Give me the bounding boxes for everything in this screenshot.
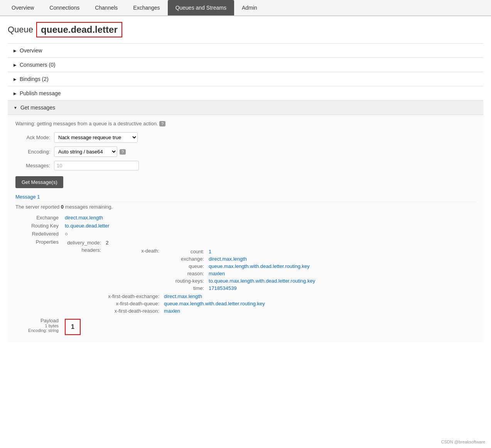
reason-value: maxlen [206, 270, 317, 277]
x-first-death-reason-label: x-first-death-reason: [106, 307, 162, 315]
payload-field-value: 1 [62, 317, 476, 336]
get-messages-button[interactable]: Get Message(s) [15, 176, 63, 188]
get-messages-label: Get messages [20, 104, 55, 111]
x-first-death-exchange-row: x-first-death-exchange: direct.max.lengt… [106, 293, 320, 300]
properties-row: Properties delivery_mode: 2 [15, 238, 476, 317]
count-label: count: [164, 248, 206, 255]
x-first-death-exchange-label: x-first-death-exchange: [106, 293, 162, 300]
x-first-death-reason-row: x-first-death-reason: maxlen [106, 307, 320, 315]
nav-exchanges[interactable]: Exchanges [125, 0, 167, 15]
xdeath-label: x-death: [106, 247, 162, 293]
message-header: Message 1 [15, 194, 476, 202]
time-label: time: [164, 285, 206, 292]
remaining-text: The server reported 0 messages remaining… [15, 204, 476, 210]
nav-connections[interactable]: Connections [42, 0, 87, 15]
payload-bytes-label: 1 bytes [19, 323, 59, 328]
routing-key-row: Routing Key to.queue.dead.letter [15, 222, 476, 230]
x-first-death-queue-value: queue.max.length.with.dead.letter.routin… [162, 300, 320, 307]
exchange-inner-row: exchange: direct.max.length [164, 255, 317, 263]
consumers-header[interactable]: ▶ Consumers (0) [8, 58, 483, 72]
routing-key-field-value: to.queue.dead.letter [62, 222, 476, 230]
redelivered-row: Redelivered ○ [15, 230, 476, 238]
ack-mode-row: Ack Mode: Nack message requeue trueNack … [15, 132, 476, 143]
overview-section: ▶ Overview [8, 43, 483, 57]
delivery-mode-label: delivery_mode: [65, 239, 103, 246]
messages-input[interactable] [54, 161, 139, 170]
headers-value: x-death: count: [103, 246, 322, 315]
queue-inner-label: queue: [164, 263, 206, 270]
get-messages-arrow-icon: ▼ [13, 106, 17, 110]
messages-row: Messages: [15, 161, 476, 170]
time-row: time: 1718534539 [164, 285, 317, 292]
get-messages-header[interactable]: ▼ Get messages [8, 101, 483, 115]
routing-keys-row: routing-keys: to.queue.max.length.with.d… [164, 277, 317, 285]
routing-keys-label: routing-keys: [164, 277, 206, 285]
nav-admin[interactable]: Admin [234, 0, 265, 15]
encoding-row: Encoding: Auto string / base64base64 ? [15, 147, 476, 157]
delivery-mode-value: 2 [103, 239, 322, 246]
warning-text: Warning: getting messages from a queue i… [15, 121, 476, 126]
queue-label-text: Queue [8, 25, 33, 35]
xdeath-row: x-death: count: [106, 247, 320, 293]
payload-box: 1 [65, 319, 81, 335]
publish-section: ▶ Publish message [8, 86, 483, 100]
consumers-section: ▶ Consumers (0) [8, 57, 483, 72]
count-row: count: 1 [164, 248, 317, 255]
encoding-select[interactable]: Auto string / base64base64 [54, 147, 117, 157]
properties-inner-table: delivery_mode: 2 headers: [65, 239, 322, 315]
x-first-death-reason-value: maxlen [162, 307, 320, 315]
get-messages-content: Warning: getting messages from a queue i… [8, 115, 483, 342]
headers-inner-table: x-death: count: [106, 247, 320, 315]
routing-keys-value: to.queue.max.length.with.dead.letter.rou… [206, 277, 317, 285]
consumers-arrow-icon: ▶ [13, 63, 17, 67]
reason-row: reason: maxlen [164, 270, 317, 277]
publish-label: Publish message [20, 90, 61, 96]
encoding-label: Encoding: [15, 149, 50, 155]
ack-mode-label: Ack Mode: [15, 135, 50, 140]
bindings-section: ▶ Bindings (2) [8, 72, 483, 86]
overview-arrow-icon: ▶ [13, 49, 17, 53]
payload-field-label: Payload 1 bytes Encoding: string [15, 317, 62, 336]
main-nav: Overview Connections Channels Exchanges … [0, 0, 491, 16]
delivery-mode-row: delivery_mode: 2 [65, 239, 322, 246]
time-value: 1718534539 [206, 285, 317, 292]
reason-label: reason: [164, 270, 206, 277]
get-messages-section: ▼ Get messages Warning: getting messages… [8, 100, 483, 342]
payload-encoding-label: Encoding: string [19, 328, 59, 333]
headers-label: headers: [65, 246, 103, 315]
message-details-table: Exchange direct.max.length Routing Key t… [15, 214, 476, 336]
redelivered-field-value: ○ [62, 230, 476, 238]
count-value: 1 [206, 248, 317, 255]
exchange-inner-value: direct.max.length [206, 255, 317, 263]
x-first-death-queue-row: x-first-death-queue: queue.max.length.wi… [106, 300, 320, 307]
payload-row: Payload 1 bytes Encoding: string 1 [15, 317, 476, 336]
headers-row: headers: x-death: [65, 246, 322, 315]
overview-label: Overview [20, 47, 42, 54]
overview-header[interactable]: ▶ Overview [8, 44, 483, 57]
publish-arrow-icon: ▶ [13, 91, 17, 96]
x-first-death-queue-label: x-first-death-queue: [106, 300, 162, 307]
properties-field-label: Properties [15, 238, 62, 317]
messages-label: Messages: [15, 163, 50, 168]
xdeath-value: count: 1 exchange: dir [162, 247, 320, 293]
routing-key-field-label: Routing Key [15, 222, 62, 230]
queue-title: Queue queue.dead.letter [8, 22, 483, 37]
publish-header[interactable]: ▶ Publish message [8, 86, 483, 100]
queue-inner-row: queue: queue.max.length.with.dead.letter… [164, 263, 317, 270]
queue-name: queue.dead.letter [36, 22, 122, 37]
x-first-death-exchange-value: direct.max.length [162, 293, 320, 300]
nav-queues-and-streams[interactable]: Queues and Streams [168, 0, 234, 15]
exchange-field-label: Exchange [15, 214, 62, 222]
payload-main-label: Payload [19, 318, 59, 323]
exchange-row: Exchange direct.max.length [15, 214, 476, 222]
exchange-inner-label: exchange: [164, 255, 206, 263]
nav-overview[interactable]: Overview [4, 0, 42, 15]
nav-channels[interactable]: Channels [87, 0, 125, 15]
exchange-field-value: direct.max.length [62, 214, 476, 222]
encoding-help-badge[interactable]: ? [120, 149, 126, 155]
consumers-label: Consumers (0) [20, 62, 56, 68]
warning-help-badge[interactable]: ? [159, 121, 165, 126]
ack-mode-select[interactable]: Nack message requeue trueNack message re… [54, 132, 138, 143]
xdeath-inner-table: count: 1 exchange: dir [164, 248, 317, 292]
bindings-header[interactable]: ▶ Bindings (2) [8, 72, 483, 86]
